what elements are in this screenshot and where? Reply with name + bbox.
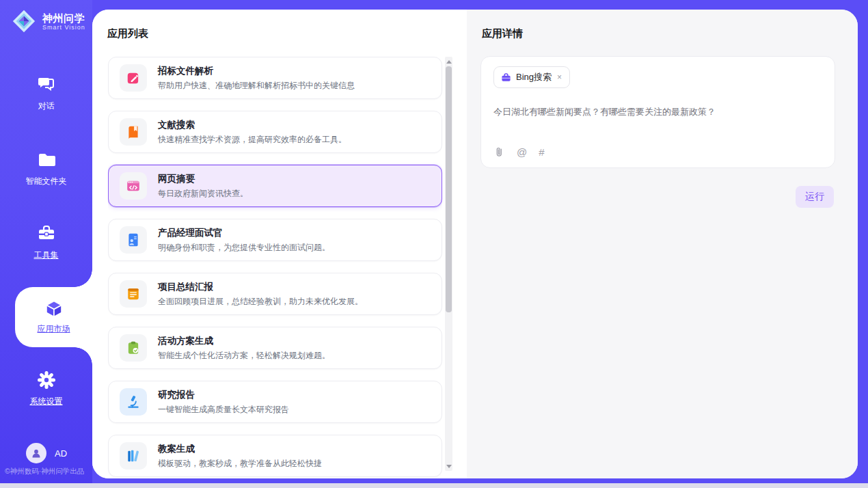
app-icon-container — [120, 442, 147, 470]
chip-close-icon[interactable]: × — [556, 72, 562, 82]
sidebar-item-label: 智能文件夹 — [26, 176, 67, 187]
scroll-up-arrow[interactable] — [445, 57, 452, 66]
app-list-panel: 应用列表 招标文件解析 帮助用户快速、准确地理解和解析招标书中的关键信息 — [92, 10, 467, 478]
query-input[interactable]: 今日湖北有哪些新闻要点？有哪些需要关注的最新政策？ — [493, 106, 822, 118]
app-card-research-report[interactable]: 研究报告 一键智能生成高质量长文本研究报告 — [108, 381, 442, 423]
user-account[interactable]: AD — [26, 443, 67, 463]
app-title: 研究报告 — [158, 389, 289, 401]
prompt-card: Bing搜索 × 今日湖北有哪些新闻要点？有哪些需要关注的最新政策？ @ # — [480, 56, 835, 168]
brand-subtitle: Smart Vision — [42, 24, 85, 31]
app-list: 招标文件解析 帮助用户快速、准确地理解和解析招标书中的关键信息 文献搜索 快速精… — [108, 57, 442, 478]
sidebar-footer-credit: ©神州数码·神州问学出品 — [5, 467, 92, 476]
app-title: 活动方案生成 — [158, 335, 330, 347]
app-icon-container — [120, 226, 147, 254]
interview-doc-icon — [126, 232, 141, 247]
app-card-pm-interviewer[interactable]: 产品经理面试官 明确身份和职责，为您提供专业性的面试问题。 — [108, 219, 442, 261]
sidebar-item-label: 应用市场 — [38, 323, 70, 335]
briefcase-icon — [501, 72, 511, 83]
app-description: 一键智能生成高质量长文本研究报告 — [158, 404, 289, 416]
scroll-down-arrow[interactable] — [445, 462, 452, 470]
books-icon — [126, 448, 141, 463]
folder-icon — [37, 150, 56, 170]
app-description: 智能生成个性化活动方案，轻松解决规划难题。 — [158, 350, 330, 362]
edit-document-icon — [126, 70, 141, 85]
clipboard-check-icon — [126, 340, 141, 355]
avatar — [26, 443, 46, 463]
cube-icon — [44, 299, 64, 318]
paperclip-icon[interactable] — [493, 146, 505, 158]
tool-chip-bing-search[interactable]: Bing搜索 × — [493, 66, 570, 88]
sidebar-item-app-market[interactable]: 应用市场 — [15, 287, 92, 347]
app-icon-container — [120, 334, 147, 362]
app-card-event-plan[interactable]: 活动方案生成 智能生成个性化活动方案，轻松解决规划难题。 — [108, 327, 442, 369]
sidebar-item-smart-folder[interactable]: 智能文件夹 — [0, 150, 92, 187]
app-description: 明确身份和职责，为您提供专业性的面试问题。 — [158, 242, 330, 254]
notepad-icon — [126, 286, 141, 301]
toolbox-icon — [37, 224, 56, 243]
app-card-literature-search[interactable]: 文献搜索 快速精准查找学术资源，提高研究效率的必备工具。 — [108, 111, 442, 153]
sidebar-item-chat[interactable]: 对话 — [0, 75, 92, 112]
app-description: 每日政府新闻资讯快查。 — [158, 188, 248, 200]
app-title: 文献搜索 — [158, 119, 347, 131]
brand-logo: 神州问学 Smart Vision — [11, 8, 85, 34]
gear-icon — [37, 370, 56, 390]
sidebar-item-label: 对话 — [38, 100, 55, 112]
composer-toolbar: @ # — [493, 146, 545, 158]
app-description: 快速精准查找学术资源，提高研究效率的必备工具。 — [158, 134, 347, 146]
scrollbar-thumb[interactable] — [446, 66, 452, 312]
app-title: 项目总结汇报 — [158, 281, 363, 293]
sidebar-item-label: 系统设置 — [30, 396, 63, 407]
user-name: AD — [55, 448, 67, 459]
list-scrollbar[interactable] — [445, 57, 452, 471]
sidebar-item-settings[interactable]: 系统设置 — [0, 370, 92, 407]
hash-icon[interactable]: # — [539, 146, 544, 158]
app-detail-panel: 应用详情 Bing搜索 × 今日湖北有哪些新闻要点？有哪些需要关注的最新政策？ … — [467, 10, 858, 478]
app-title: 教案生成 — [158, 443, 322, 455]
brand-name: 神州问学 — [42, 12, 85, 24]
app-icon-container — [120, 172, 147, 200]
app-title: 招标文件解析 — [158, 65, 355, 77]
content-area: 应用列表 招标文件解析 帮助用户快速、准确地理解和解析招标书中的关键信息 — [92, 10, 858, 478]
book-icon — [126, 124, 141, 139]
app-description: 模板驱动，教案秒成，教学准备从此轻松快捷 — [158, 458, 322, 470]
bottom-edge-strip — [0, 483, 868, 488]
sidebar-item-label: 工具集 — [34, 249, 59, 261]
app-description: 帮助用户快速、准确地理解和解析招标书中的关键信息 — [158, 80, 355, 92]
app-detail-title: 应用详情 — [482, 27, 523, 40]
app-card-lesson-plan[interactable]: 教案生成 模板驱动，教案秒成，教学准备从此轻松快捷 — [108, 435, 442, 477]
sidebar: 神州问学 Smart Vision 对话 智能文件夹 工具集 — [0, 0, 92, 483]
app-title: 产品经理面试官 — [158, 227, 330, 239]
tool-chip-label: Bing搜索 — [516, 71, 552, 83]
app-list-title: 应用列表 — [107, 27, 148, 40]
at-icon[interactable]: @ — [517, 146, 527, 158]
run-button[interactable]: 运行 — [796, 186, 834, 208]
app-icon-container — [120, 64, 147, 92]
app-description: 全面回顾项目进展，总结经验教训，助力未来优化发展。 — [158, 296, 363, 308]
app-title: 网页摘要 — [158, 173, 248, 185]
chat-icon — [37, 75, 56, 94]
app-icon-container — [120, 280, 147, 308]
app-icon-container — [120, 118, 147, 146]
microscope-icon — [126, 394, 141, 409]
app-card-web-summary[interactable]: 网页摘要 每日政府新闻资讯快查。 — [108, 165, 442, 207]
app-icon-container — [120, 388, 147, 416]
app-card-project-summary[interactable]: 项目总结汇报 全面回顾项目进展，总结经验教训，助力未来优化发展。 — [108, 273, 442, 315]
sidebar-item-toolkit[interactable]: 工具集 — [0, 224, 92, 261]
app-card-bid-document-parse[interactable]: 招标文件解析 帮助用户快速、准确地理解和解析招标书中的关键信息 — [108, 57, 442, 99]
person-icon — [30, 447, 42, 459]
web-code-icon — [126, 178, 141, 193]
gem-logo-icon — [11, 8, 37, 34]
